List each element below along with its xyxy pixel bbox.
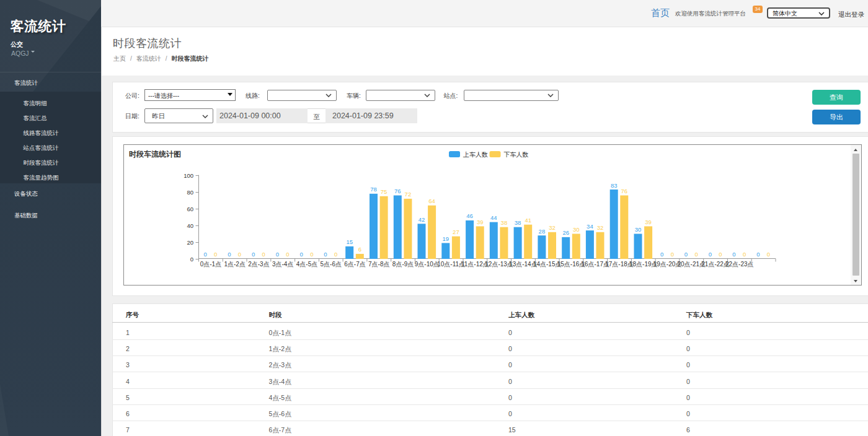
svg-text:0: 0	[310, 251, 313, 258]
svg-text:78: 78	[370, 186, 377, 193]
svg-text:0: 0	[709, 251, 712, 258]
svg-text:0: 0	[671, 251, 674, 258]
svg-text:28: 28	[539, 228, 546, 235]
svg-text:19: 19	[443, 235, 450, 242]
svg-text:30: 30	[573, 226, 580, 233]
svg-text:76: 76	[394, 188, 401, 194]
svg-text:32: 32	[549, 224, 556, 231]
svg-text:0点-1点: 0点-1点	[200, 261, 221, 268]
svg-text:0: 0	[732, 251, 735, 258]
svg-text:0: 0	[684, 251, 688, 258]
svg-text:0: 0	[203, 251, 206, 258]
svg-text:上车人数: 上车人数	[463, 151, 488, 158]
svg-text:38: 38	[501, 219, 508, 226]
svg-text:0: 0	[228, 251, 231, 258]
svg-text:40: 40	[187, 222, 193, 229]
svg-text:83: 83	[611, 182, 618, 189]
svg-text:26: 26	[562, 229, 569, 236]
svg-text:75: 75	[381, 188, 388, 195]
svg-text:72: 72	[405, 191, 412, 198]
svg-text:0: 0	[743, 251, 746, 258]
svg-text:6: 6	[358, 246, 361, 253]
svg-text:1点-2点: 1点-2点	[224, 261, 245, 268]
svg-text:46: 46	[466, 212, 473, 219]
svg-text:39: 39	[645, 219, 652, 225]
svg-text:27: 27	[453, 229, 459, 235]
svg-text:0: 0	[214, 251, 217, 258]
svg-text:5点-6点: 5点-6点	[321, 261, 342, 268]
svg-text:4点-5点: 4点-5点	[296, 261, 317, 268]
svg-text:60: 60	[187, 206, 193, 212]
svg-text:30: 30	[635, 226, 642, 233]
svg-text:0: 0	[190, 256, 193, 263]
svg-text:9点-10点: 9点-10点	[415, 261, 440, 268]
svg-text:0: 0	[262, 251, 265, 258]
svg-text:15: 15	[346, 238, 353, 245]
svg-text:76: 76	[621, 188, 628, 194]
svg-text:0: 0	[719, 251, 722, 258]
svg-text:0: 0	[300, 251, 303, 258]
svg-text:64: 64	[428, 198, 435, 204]
svg-text:100: 100	[184, 172, 193, 179]
svg-text:0: 0	[694, 251, 698, 258]
svg-text:0: 0	[767, 251, 770, 258]
svg-text:42: 42	[418, 216, 425, 223]
svg-text:39: 39	[477, 219, 484, 225]
svg-text:38: 38	[515, 219, 521, 226]
svg-text:44: 44	[490, 214, 497, 221]
svg-text:80: 80	[187, 189, 193, 196]
svg-text:41: 41	[525, 217, 531, 224]
svg-text:0: 0	[334, 251, 337, 258]
svg-text:6点-7点: 6点-7点	[344, 261, 365, 268]
svg-text:0: 0	[286, 251, 289, 258]
svg-text:0: 0	[238, 251, 241, 258]
svg-text:3点-4点: 3点-4点	[272, 261, 293, 268]
svg-text:8点-9点: 8点-9点	[392, 261, 414, 268]
svg-text:34: 34	[587, 223, 593, 230]
svg-text:32: 32	[597, 224, 604, 231]
svg-text:20: 20	[187, 239, 193, 246]
svg-text:0: 0	[252, 251, 255, 258]
svg-text:0: 0	[324, 251, 327, 258]
svg-text:0: 0	[660, 251, 663, 258]
svg-text:0: 0	[276, 251, 279, 258]
svg-text:22点-23点: 22点-23点	[725, 261, 754, 268]
svg-text:2点-3点: 2点-3点	[248, 261, 269, 268]
svg-text:7点-8点: 7点-8点	[368, 261, 389, 268]
svg-text:0: 0	[756, 251, 760, 258]
svg-text:下车人数: 下车人数	[504, 151, 529, 158]
